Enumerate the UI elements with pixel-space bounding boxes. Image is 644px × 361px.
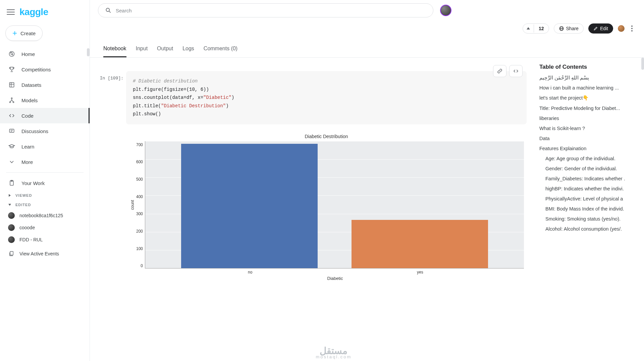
bar-yes — [352, 220, 488, 268]
tab-comments[interactable]: Comments (0) — [204, 42, 237, 57]
link-icon — [497, 68, 503, 74]
toc-item[interactable]: liberaries — [539, 116, 640, 121]
toc-item[interactable]: Features Explaination — [539, 146, 640, 151]
nav-label: Discussions — [21, 128, 48, 134]
toc-item[interactable]: Alcohol: Alcohol consumption (yes/. — [539, 226, 640, 232]
nav-home[interactable]: Home — [0, 46, 90, 62]
user-avatar[interactable] — [440, 5, 451, 16]
toc-item[interactable]: Family_Diabetes: Indicates whether . — [539, 176, 640, 181]
toc-item[interactable]: PhysicallyActive: Level of physical a — [539, 196, 640, 201]
tab-input[interactable]: Input — [136, 42, 148, 57]
globe-icon — [559, 26, 564, 31]
svg-point-7 — [13, 102, 14, 103]
embed-button[interactable] — [509, 65, 523, 77]
nav-models[interactable]: Models — [0, 93, 90, 108]
tab-output[interactable]: Output — [157, 42, 173, 57]
content-scrollbar[interactable] — [641, 58, 644, 361]
table-of-contents: Table of Contents بِسْمِ اللهِ الرَّحْمَ… — [533, 58, 644, 361]
svg-marker-14 — [8, 204, 11, 206]
toc-item[interactable]: بِسْمِ اللهِ الرَّحْمَنِ الرَّحِيمِ — [539, 75, 640, 80]
sidebar: kaggle + Create Home Competitions Datase… — [0, 0, 90, 361]
nav-label: More — [21, 159, 33, 165]
chart-output: Diabetic Destribution count 700 600 500 … — [126, 130, 527, 284]
toc-item[interactable]: Gender: Gender of the individual. — [539, 166, 640, 171]
toc-item[interactable]: What is Scikit-learn ? — [539, 126, 640, 131]
chart-title: Diabetic Destribution — [129, 134, 524, 139]
nav-code[interactable]: Code — [0, 108, 90, 123]
compass-icon — [8, 50, 15, 58]
code-brackets-icon — [513, 68, 519, 74]
tab-logs[interactable]: Logs — [182, 42, 194, 57]
x-axis-ticks: no yes — [146, 268, 524, 275]
menu-icon[interactable] — [7, 8, 15, 16]
nav-label: Competitions — [21, 67, 51, 72]
avatar-icon — [8, 236, 15, 243]
chevron-down-icon — [8, 158, 15, 166]
nav-competitions[interactable]: Competitions — [0, 62, 90, 77]
search-box[interactable] — [98, 3, 433, 17]
toc-item[interactable]: Data — [539, 136, 640, 141]
toc-title: Table of Contents — [539, 64, 640, 70]
avatar-icon — [8, 212, 15, 219]
svg-rect-15 — [10, 251, 13, 255]
action-bar: 12 Share Edit — [90, 21, 644, 35]
nav-label: Your Work — [21, 180, 45, 186]
toc-item[interactable]: Age: Age group of the individual. — [539, 156, 640, 161]
topbar — [90, 0, 644, 21]
cookie-icon[interactable] — [618, 25, 625, 32]
pencil-icon — [593, 26, 598, 31]
toc-item[interactable]: Smoking: Smoking status (yes/no). — [539, 216, 640, 222]
sidebar-scrollbar[interactable] — [86, 0, 90, 361]
nav-your-work[interactable]: Your Work — [0, 175, 90, 191]
cell-toolbar — [493, 65, 523, 77]
tabs: Notebook Input Output Logs Comments (0) — [90, 42, 644, 58]
collapse-icon — [8, 203, 11, 206]
section-viewed[interactable]: VIEWED — [0, 191, 90, 200]
svg-rect-2 — [9, 82, 14, 87]
toc-item[interactable]: How i can built a machine learning ... — [539, 85, 640, 91]
logo[interactable]: kaggle — [19, 7, 48, 17]
upvote-button[interactable] — [523, 24, 534, 33]
link-button[interactable] — [493, 65, 506, 77]
create-button[interactable]: + Create — [5, 25, 43, 41]
recent-label: notebook8ca1f6c125 — [19, 213, 63, 218]
nav-more[interactable]: More — [0, 154, 90, 170]
tab-notebook[interactable]: Notebook — [103, 42, 126, 57]
edit-button[interactable]: Edit — [588, 23, 613, 34]
grid-icon — [8, 81, 15, 88]
toc-item[interactable]: let's start the project👇 — [539, 95, 640, 101]
share-label: Share — [566, 26, 579, 31]
chat-icon — [8, 127, 15, 135]
nav-learn[interactable]: Learn — [0, 139, 90, 154]
code-block[interactable]: # Diabetic destribution plt.figure(figsi… — [126, 71, 527, 124]
svg-rect-8 — [9, 129, 14, 132]
svg-marker-13 — [9, 194, 11, 197]
toc-item[interactable]: Title: Predictive Modeling for Diabet... — [539, 106, 640, 111]
clipboard-icon — [8, 179, 15, 187]
plus-icon: + — [12, 29, 17, 37]
toc-item[interactable]: BMI: Body Mass Index of the individ. — [539, 206, 640, 212]
share-button[interactable]: Share — [554, 23, 584, 34]
nav-datasets[interactable]: Datasets — [0, 77, 90, 93]
view-active-events[interactable]: View Active Events — [0, 248, 90, 260]
nav-label: Datasets — [21, 82, 41, 88]
recent-item[interactable]: cooode — [0, 222, 90, 234]
svg-marker-1 — [11, 52, 13, 55]
nav-label: Learn — [21, 144, 34, 149]
nav-label: Models — [21, 98, 38, 103]
recent-item[interactable]: notebook8ca1f6c125 — [0, 209, 90, 222]
nav-discussions[interactable]: Discussions — [0, 123, 90, 139]
expand-icon — [8, 194, 11, 197]
code-cell: In [109]: # Diabetic destribution plt.fi… — [94, 71, 527, 284]
svg-point-6 — [9, 102, 10, 103]
search-input[interactable] — [116, 8, 426, 13]
bar-no — [181, 144, 317, 268]
tree-icon — [8, 97, 15, 104]
svg-line-17 — [109, 11, 111, 13]
toc-item[interactable]: highBP: Indicates whether the indivi. — [539, 186, 640, 191]
section-edited[interactable]: EDITED — [0, 200, 90, 209]
more-menu[interactable] — [629, 25, 635, 32]
recent-item[interactable]: FDD - RUL — [0, 234, 90, 246]
recent-label: cooode — [19, 225, 35, 230]
vote-control: 12 — [523, 23, 549, 34]
